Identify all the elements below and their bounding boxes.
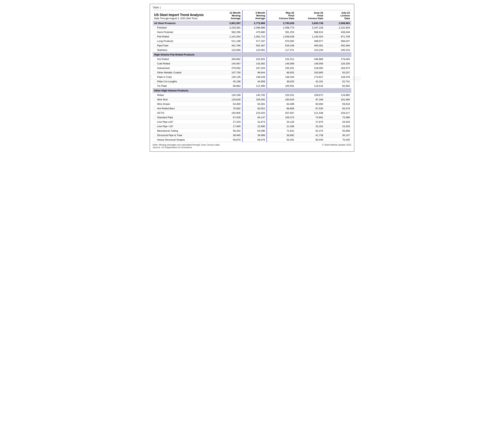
- table-row: OCTG193,905215,025207,937211,536229,217: [153, 111, 351, 115]
- table-row: Pipe/Tube441,766502,487529,108493,001492…: [153, 43, 351, 48]
- col-header-12m: 12 MonthMovingAverage: [216, 10, 242, 21]
- table-row: Galvanized279,592247,254235,201218,09219…: [153, 66, 351, 70]
- table-row: Other Metallic Coated107,70096,64486,932…: [153, 70, 351, 75]
- table-row: Semi-Finished582,206475,880391,253588,61…: [153, 30, 351, 34]
- table-row: Structural Pipe & Tube38,94539,99836,892…: [153, 133, 351, 138]
- table-row: Rebar126,189145,792225,251109,672116,882: [153, 93, 351, 97]
- col-header-may22: May-22FinalCensus Data: [267, 10, 296, 21]
- col-header-jun22: June-22FinalCensus Data: [296, 10, 325, 21]
- table-main-title: US Steel Import Trend Analysis: [154, 13, 214, 17]
- footer-left: Note: Moving averages are calculated thr…: [153, 144, 220, 149]
- table-row: Tin Plate89,862111,990100,591116,51692,0…: [153, 84, 351, 88]
- footer-note: Note: Moving averages are calculated thr…: [153, 144, 220, 146]
- table-row: Stainless123,560123,591117,371122,243100…: [153, 48, 351, 52]
- table-row: Line Pipe >16"17,94522,99021,40833,16224…: [153, 124, 351, 129]
- section-header-row: High-Volume Flat Rolled Products: [153, 52, 351, 57]
- footer-source: Source: US Department of Commerce: [153, 146, 220, 149]
- table-row: Hot Rolled Bars75,69283,55288,80687,5359…: [153, 106, 351, 111]
- table-container: STEEL MARKET UPDATE a publication of the…: [150, 4, 354, 152]
- table-sub-title: Data Through August 3, 2022 (Net Tons): [154, 17, 214, 20]
- table-row: Flat Rolled1,141,0341,091,7221,039,0281,…: [153, 34, 351, 39]
- footer-copyright: © Steel Market Update 2022: [322, 144, 351, 149]
- table-row: Wire Drawn63,40063,38164,48960,99459,618: [153, 102, 351, 106]
- header-title-cell: US Steel Import Trend Analysis Data Thro…: [153, 10, 216, 21]
- table-row: Plate Cut Lengths45,19844,95838,02543,19…: [153, 79, 351, 84]
- table-row: Plate in Coils135,135146,528136,343174,6…: [153, 75, 351, 79]
- table-row: Standard Pipe67,02884,147105,47274,69172…: [153, 115, 351, 120]
- footer: Note: Moving averages are calculated thr…: [153, 144, 351, 149]
- table-row: Heavy Structural Shapes59,87069,07653,34…: [153, 138, 351, 142]
- table-row: Wire Rod128,828155,092190,63497,189161,0…: [153, 97, 351, 102]
- data-table: US Steel Import Trend Analysis Data Thro…: [153, 10, 351, 142]
- table-label: Table 1: [153, 6, 351, 9]
- table-row: All Steel Products2,801,5972,772,8662,75…: [153, 21, 351, 25]
- table-row: Long Products511,198577,197670,592499,97…: [153, 39, 351, 43]
- col-header-jul22: July-22LicenseData: [324, 10, 351, 21]
- col-header-3m: 3 MonthMovingAverage: [242, 10, 267, 21]
- table-row: Cold Rolled144,467142,582146,569148,5561…: [153, 61, 351, 66]
- table-row: Finished2,219,3912,296,9862,358,7732,247…: [153, 25, 351, 30]
- table-row: Hot Rolled260,862222,931222,311246,86617…: [153, 57, 351, 61]
- table-row: Mechanical Tubing58,34263,09671,64162,37…: [153, 129, 351, 133]
- section-header-row: Other High-Volume Products: [153, 88, 351, 93]
- table-row: Line Pipe ≤16"27,33331,87433,12627,87026…: [153, 120, 351, 124]
